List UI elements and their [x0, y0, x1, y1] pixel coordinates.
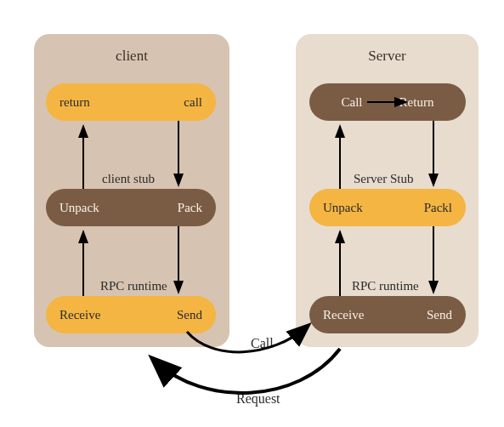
server-runtime-label: RPC runtime [352, 279, 419, 293]
server-stub-label: Server Stub [354, 172, 413, 186]
client-top-layer: return call [46, 83, 216, 121]
client-return-node: return [59, 95, 90, 110]
server-stub-layer: Unpack Packl [309, 189, 466, 226]
server-return-node: Return [399, 95, 434, 110]
server-send-node: Send [427, 308, 452, 322]
client-call-node: call [184, 95, 202, 110]
server-receive-node: Receive [323, 308, 364, 322]
client-runtime-layer: Receive Send [46, 296, 216, 333]
client-receive-node: Receive [59, 308, 100, 322]
request-arrow-label: Request [236, 391, 280, 407]
arrow-request-server-to-client [156, 349, 340, 393]
server-call-node: Call [342, 95, 363, 110]
client-runtime-label: RPC runtime [100, 279, 167, 293]
server-top-layer: Call Return [309, 83, 466, 121]
server-title: Server [304, 48, 470, 65]
client-stub-label: client stub [102, 172, 155, 186]
server-pack-node: Packl [424, 201, 452, 215]
client-stub-layer: Unpack Pack [46, 189, 216, 226]
client-unpack-node: Unpack [59, 201, 99, 215]
client-send-node: Send [177, 308, 202, 322]
server-unpack-node: Unpack [323, 201, 363, 215]
call-arrow-label: Call [251, 336, 274, 351]
server-runtime-layer: Receive Send [309, 296, 466, 333]
client-title: client [42, 48, 221, 65]
client-pack-node: Pack [178, 201, 202, 215]
